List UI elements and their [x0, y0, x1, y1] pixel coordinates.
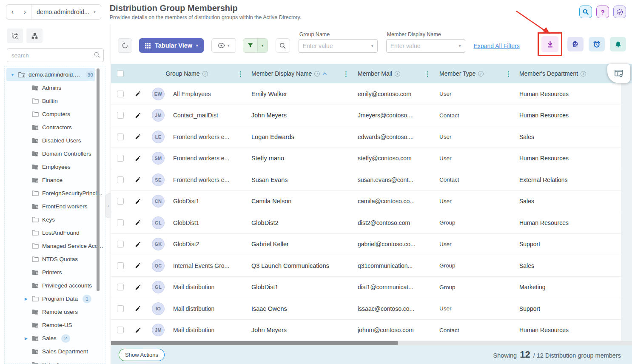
row-edit-button[interactable] [130, 105, 146, 126]
tree-root-domain[interactable]: ▼ demo.admindroid.local 30 [6, 68, 95, 81]
table-row[interactable]: CN GlobDist1 Camila Nelson camila@contos… [111, 191, 621, 213]
tree-item-sales1[interactable]: Sales1 [6, 358, 105, 364]
table-search-button[interactable] [276, 38, 290, 53]
horizontal-scrollbar[interactable] [111, 341, 632, 345]
table-row[interactable]: LE Frontend workers e... Logan Edwards e… [111, 126, 621, 148]
scope-selector-dropdown[interactable]: demo.admindroid... ▾ [31, 5, 101, 19]
tree-item-computers[interactable]: Computers [6, 108, 105, 121]
row-edit-button[interactable] [130, 169, 146, 191]
tree-item-ntds-quotas[interactable]: NTDS Quotas [6, 253, 105, 266]
row-edit-button[interactable] [130, 277, 146, 298]
sidebar-collapse-handle[interactable]: ‹ [105, 193, 111, 218]
tree-item-sales[interactable]: ▶ Sales 2 [6, 332, 105, 345]
row-edit-button[interactable] [130, 212, 146, 233]
table-row[interactable]: GL GlobDist1 GlobDist2 dist2@contoso.com… [111, 212, 621, 234]
view-mode-dropdown[interactable]: Tabular View ▾ [139, 38, 204, 53]
info-icon[interactable]: i [202, 71, 208, 77]
column-menu-icon[interactable]: ⋮ [505, 71, 512, 77]
horizontal-scrollbar-thumb[interactable] [111, 341, 398, 345]
tree-item-sales-department[interactable]: Sales Department [6, 345, 105, 358]
row-edit-button[interactable] [130, 148, 146, 169]
send-report-button[interactable] [567, 37, 584, 51]
tree-item-printers[interactable]: Printers [6, 266, 105, 279]
expand-right-icon[interactable]: ▶ [23, 296, 29, 301]
table-row[interactable]: EW All Employees Emily Walker emily@cont… [111, 83, 621, 105]
hierarchy-view-button[interactable] [26, 28, 43, 43]
row-edit-button[interactable] [130, 255, 146, 276]
row-checkbox[interactable] [117, 284, 124, 290]
row-edit-button[interactable] [130, 320, 146, 341]
sort-ascending-icon[interactable] [322, 72, 327, 75]
table-row[interactable]: SE Frontend workers e... Susan Evans sus… [111, 169, 621, 191]
expand-all-filters-link[interactable]: Expand All Filters [474, 43, 520, 49]
sidebar-search-input[interactable] [7, 48, 104, 62]
row-edit-button[interactable] [130, 234, 146, 255]
tree-item-admins[interactable]: Admins [6, 81, 105, 94]
group-name-filter-input[interactable]: Enter value ▾ [299, 39, 378, 53]
expand-right-icon[interactable]: ▶ [23, 336, 29, 341]
caret-down-icon[interactable]: ▾ [371, 44, 373, 48]
column-header-members-department[interactable]: Member's Department [519, 70, 578, 77]
expand-down-icon[interactable]: ▼ [10, 73, 15, 77]
select-all-checkbox[interactable] [117, 70, 124, 77]
table-row[interactable]: IO Mail distribution Isaac Owens issaac@… [111, 298, 621, 320]
column-header-member-mail[interactable]: Member Mail [358, 70, 392, 77]
column-visibility-dropdown[interactable]: ▾ [211, 38, 236, 53]
row-checkbox[interactable] [117, 176, 124, 183]
member-display-name-filter-input[interactable]: Enter value ▾ [386, 39, 465, 53]
row-edit-button[interactable] [130, 83, 146, 105]
tree-item-remote-users[interactable]: Remote users [6, 305, 105, 318]
info-icon[interactable]: i [314, 71, 320, 77]
row-checkbox[interactable] [117, 327, 124, 333]
row-checkbox[interactable] [117, 112, 124, 119]
multi-select-tool-button[interactable] [7, 28, 23, 43]
info-icon[interactable]: i [395, 71, 400, 77]
row-edit-button[interactable] [130, 191, 146, 212]
filter-dropdown[interactable]: ▾ [243, 38, 268, 53]
help-button[interactable]: ? [596, 6, 609, 18]
caret-down-icon[interactable]: ▾ [459, 44, 461, 48]
table-row[interactable]: JM Mail distribution John Meyers johnm@c… [111, 320, 621, 341]
table-row[interactable]: QC Internal Events Gro... Q3 Launch Comm… [111, 255, 621, 277]
tree-item-privileged-accounts[interactable]: Privileged accounts [6, 279, 105, 292]
notifications-button[interactable] [610, 37, 626, 51]
tree-item-domain-controllers[interactable]: Domain Controllers [6, 147, 105, 160]
row-checkbox[interactable] [117, 155, 124, 162]
tree-item-remote-us[interactable]: Remote-US [6, 318, 105, 332]
row-edit-button[interactable] [130, 298, 146, 319]
table-row[interactable]: JM Contact_mailDist John Meyers Jmeyers@… [111, 105, 621, 127]
info-icon[interactable]: i [478, 71, 484, 77]
refresh-button[interactable] [118, 38, 132, 53]
tree-item-contractors[interactable]: Contractors [6, 121, 105, 134]
tree-item-frontend-workers[interactable]: FrontEnd workers [6, 200, 105, 213]
column-menu-icon[interactable]: ⋮ [343, 71, 349, 77]
tree-item-managed-service-accoun-[interactable]: Managed Service Accoun... [6, 239, 105, 253]
row-checkbox[interactable] [117, 134, 124, 140]
show-actions-button[interactable]: Show Actions [119, 349, 165, 361]
global-search-button[interactable] [579, 6, 592, 18]
tree-item-disabled-users[interactable]: Disabled Users [6, 134, 105, 147]
tree-item-program-data[interactable]: ▶ Program Data 1 [6, 292, 105, 305]
tree-item-employees[interactable]: Employees [6, 160, 105, 173]
tree-item-finance[interactable]: Finance [6, 173, 105, 187]
export-download-button[interactable] [541, 36, 558, 52]
tree-vertical-scrollbar[interactable] [97, 68, 100, 291]
table-row[interactable]: GK GlobDist2 Gabriel Keller gabriel@cont… [111, 234, 621, 256]
row-checkbox[interactable] [117, 219, 124, 226]
table-row[interactable]: SM Frontend workers e... Steffy mario st… [111, 148, 621, 170]
row-edit-button[interactable] [130, 126, 146, 148]
tree-item-lostandfound[interactable]: LostAndFound [6, 226, 105, 239]
column-menu-icon[interactable]: ⋮ [237, 71, 244, 77]
row-checkbox[interactable] [117, 305, 124, 312]
column-header-member-type[interactable]: Member Type [439, 70, 475, 77]
tree-item-keys[interactable]: Keys [6, 213, 105, 226]
row-checkbox[interactable] [117, 91, 124, 97]
task-status-button[interactable] [613, 6, 626, 18]
column-header-member-display-name[interactable]: Member Display Name [251, 70, 312, 77]
tree-item-foreignsecurityprincipals[interactable]: ForeignSecurityPrincipals [6, 187, 105, 200]
info-icon[interactable]: i [581, 71, 586, 77]
table-row[interactable]: GL Mail distribution GlobDist1 dist1@com… [111, 277, 621, 299]
back-button[interactable]: ‹ [6, 5, 19, 19]
column-header-group-name[interactable]: Group Name [165, 70, 199, 77]
row-checkbox[interactable] [117, 262, 124, 269]
